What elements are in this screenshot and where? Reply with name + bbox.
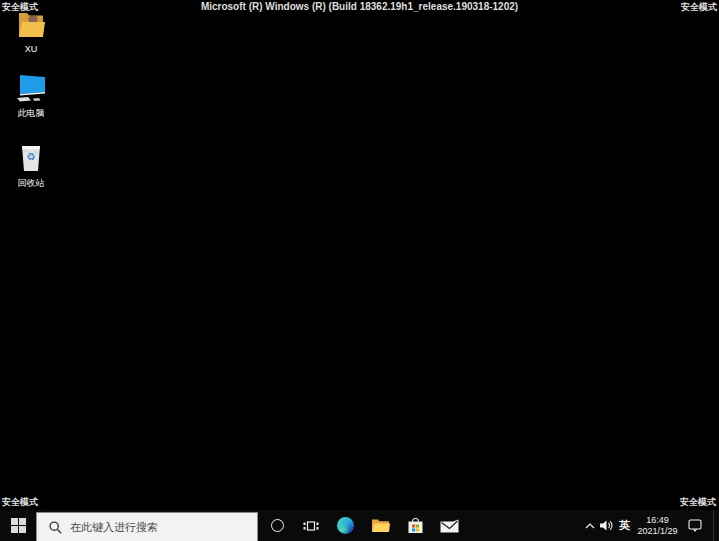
desktop-icon-label: 回收站 (18, 177, 45, 190)
tray-show-hidden-icons[interactable] (582, 510, 598, 541)
file-explorer-icon (371, 518, 390, 533)
taskbar: 英 16:49 2021/1/29 (0, 510, 719, 541)
speaker-icon (600, 520, 613, 531)
search-icon (49, 521, 62, 534)
input-method-label: 英 (619, 518, 630, 533)
svg-text:♻: ♻ (27, 151, 36, 162)
mail-button[interactable] (434, 510, 465, 541)
user-folder-icon (14, 9, 48, 41)
action-center-icon (688, 519, 703, 532)
start-button[interactable] (0, 510, 36, 541)
desktop-icon-label: XU (25, 44, 38, 54)
mail-icon (440, 519, 459, 533)
edge-icon (337, 517, 354, 534)
safe-mode-label-top-right: 安全模式 (681, 1, 717, 14)
desktop-icon-this-pc[interactable]: 此电脑 (2, 72, 60, 120)
search-input[interactable] (70, 521, 230, 533)
show-desktop-button[interactable] (713, 510, 719, 541)
tray-volume[interactable] (598, 510, 615, 541)
desktop-icon-label: 此电脑 (18, 107, 45, 120)
desktop-icon-recycle-bin[interactable]: ♻ 回收站 (2, 142, 60, 190)
store-icon (407, 517, 424, 534)
clock-time: 16:49 (646, 515, 669, 526)
cortana-button[interactable] (262, 510, 293, 541)
task-view-button[interactable] (296, 510, 326, 541)
chevron-up-icon (585, 523, 595, 529)
desktop-icon-user-folder-xu[interactable]: XU (2, 9, 60, 54)
tray-clock[interactable]: 16:49 2021/1/29 (634, 510, 681, 541)
start-icon (11, 518, 26, 533)
action-center-button[interactable] (682, 510, 708, 541)
recycle-bin-icon: ♻ (14, 142, 48, 174)
file-explorer-button[interactable] (365, 510, 396, 541)
tray-input-method[interactable]: 英 (615, 510, 634, 541)
safe-mode-label-bottom-left: 安全模式 (2, 496, 38, 509)
edge-button[interactable] (330, 510, 361, 541)
task-view-icon (303, 519, 319, 533)
cortana-icon (271, 519, 284, 532)
safe-mode-label-bottom-right: 安全模式 (680, 496, 716, 509)
this-pc-icon (14, 72, 48, 104)
taskbar-search[interactable] (36, 512, 258, 541)
store-button[interactable] (400, 510, 431, 541)
windows-build-banner: Microsoft (R) Windows (R) (Build 18362.1… (0, 1, 719, 12)
clock-date: 2021/1/29 (637, 526, 677, 537)
